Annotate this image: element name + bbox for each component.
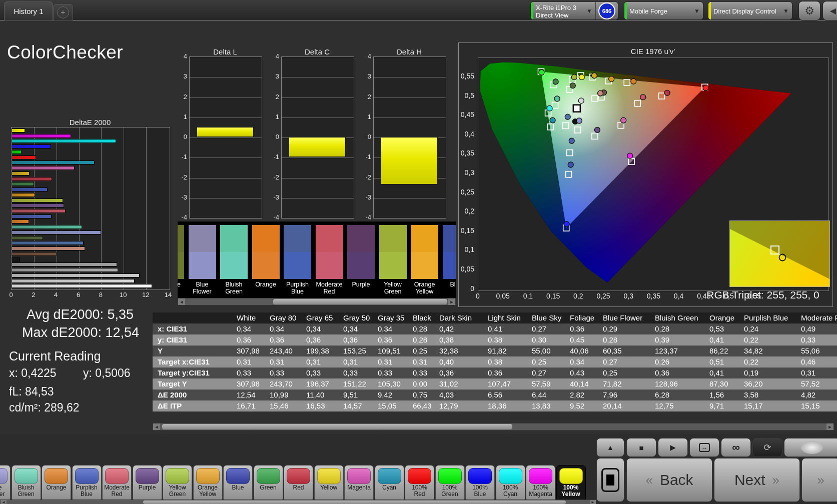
range-button[interactable]: ↔: [689, 438, 719, 457]
chips-scrollbar-thumb[interactable]: [143, 500, 566, 504]
back-button[interactable]: « Back: [626, 458, 712, 502]
cell-δe-itp-light-skin: 18,36: [484, 400, 528, 412]
deltae-bar-gray-80: [12, 279, 135, 283]
table-header-corner: [153, 312, 233, 324]
pattern-chip-red[interactable]: Red: [284, 465, 313, 502]
collapse-panel-button[interactable]: ◀: [822, 1, 837, 20]
app-window: History 1 + X-Rite i1Pro 3 Direct View ▼…: [0, 0, 837, 504]
scroll-left-icon[interactable]: ◄: [1, 500, 7, 504]
delta-chart-title: Delta H: [373, 48, 445, 56]
delta-bar-delta-c: [289, 137, 346, 157]
cell-y-gray-80: 243,40: [266, 346, 302, 356]
delta-y-tick: 0: [176, 133, 187, 140]
deltae-bar-magenta: [12, 166, 75, 170]
loop-button[interactable]: ∞: [721, 438, 751, 457]
chip-label: Yellow: [315, 484, 343, 491]
pattern-chip-yellow-green[interactable]: Yellow Green: [163, 465, 192, 502]
patch-target: [284, 252, 311, 279]
delta-y-tick: -2: [268, 174, 279, 181]
measurement-table: WhiteGray 80Gray 65Gray 50Gray 35BlackDa…: [153, 312, 837, 412]
refresh-button[interactable]: ⟳: [752, 438, 782, 457]
cell-target-x:cie31-moderate-red: 0,46: [797, 356, 837, 368]
back-button-label: Back: [660, 472, 693, 488]
pattern-chip-100-green[interactable]: 100% Green: [435, 465, 465, 502]
pattern-chip-100-cyan[interactable]: 100% Cyan: [496, 465, 525, 502]
scroll-right-icon[interactable]: ►: [590, 500, 596, 504]
patch-swatch-label: Foliage: [178, 281, 186, 288]
pattern-chip-blue[interactable]: Blue: [223, 465, 253, 502]
cell-y:-cie31-gray-80: 0,36: [266, 334, 302, 346]
pattern-chip-100-red[interactable]: 100% Red: [405, 465, 434, 502]
cie-target-white-point: [573, 105, 580, 112]
extra-transport-button[interactable]: [784, 438, 837, 457]
settings-button[interactable]: ⚙: [798, 1, 820, 20]
cell-δe-2000-white: 12,54: [233, 390, 266, 400]
patch-measured: [316, 225, 343, 252]
deltae-bar-green: [12, 182, 34, 186]
cell-target-x:cie31-gray-65: 0,31: [302, 356, 339, 368]
delta-y-tick: -4: [360, 214, 371, 221]
new-tab-button[interactable]: +: [53, 4, 73, 21]
chip-color-swatch: [408, 468, 431, 484]
pattern-chip-100-magenta[interactable]: 100% Magenta: [526, 465, 555, 502]
scroll-right-icon[interactable]: ►: [448, 298, 455, 305]
stop-button[interactable]: ■: [626, 438, 656, 457]
pattern-chip-green[interactable]: Green: [254, 465, 283, 502]
delta-bar-delta-l: [197, 127, 254, 137]
scroll-left-icon[interactable]: ◄: [153, 424, 160, 430]
pattern-window-button[interactable]: [596, 458, 624, 502]
next-button[interactable]: Next »: [714, 458, 800, 502]
pattern-chip-bluish-green[interactable]: Bluish Green: [12, 465, 41, 502]
play-button[interactable]: ▶: [658, 438, 688, 457]
cie-x-tick: 0,4: [668, 292, 690, 300]
pattern-chip-yellow[interactable]: Yellow: [314, 465, 344, 502]
deltae-bar-100-green: [12, 150, 22, 154]
strip-scrollbar[interactable]: ◄►: [178, 298, 456, 305]
pattern-chip-magenta[interactable]: Magenta: [344, 465, 374, 502]
patch-swatch-label: Moderate Red: [314, 281, 345, 295]
pattern-chip-orange[interactable]: Orange: [42, 465, 71, 502]
indicator-icon: [801, 441, 823, 454]
pattern-chip-moderate-red[interactable]: Moderate Red: [102, 465, 132, 502]
cell-x:-cie31-black: 0,28: [409, 324, 435, 334]
workflow-dropdown[interactable]: Direct Display Control ▼: [708, 2, 792, 20]
pattern-chip-blue-flower[interactable]: Blue Flower: [0, 465, 11, 502]
source-dropdown[interactable]: Mobile Forge ▼: [624, 2, 703, 20]
pattern-chip-purple[interactable]: Purple: [133, 465, 162, 502]
table-scrollbar-thumb[interactable]: [162, 424, 512, 430]
deltae-x-tick: 6: [74, 291, 84, 298]
deltae2000-chart-title: DeltaE 2000: [11, 118, 169, 126]
cell-target-y:cie31-gray-35: 0,33: [374, 368, 409, 378]
delta-y-tick: -3: [268, 194, 279, 201]
row-label: ΔE 2000: [153, 390, 233, 400]
chips-scroll-up-button[interactable]: ▲: [596, 438, 624, 457]
pattern-chip-purplish-blue[interactable]: Purplish Blue: [72, 465, 102, 502]
cell-δe-itp-gray-65: 16,53: [302, 400, 339, 412]
tab-history-1[interactable]: History 1: [4, 2, 53, 20]
cell-x:-cie31-gray-35: 0,34: [374, 324, 409, 334]
pattern-chip-cyan[interactable]: Cyan: [375, 465, 404, 502]
cell-x:-cie31-white: 0,34: [233, 324, 266, 334]
table-header-row: WhiteGray 80Gray 65Gray 50Gray 35BlackDa…: [153, 312, 837, 324]
cie-x-tick: 0,35: [642, 292, 664, 300]
pattern-chip-orange-yellow[interactable]: Orange Yellow: [193, 465, 223, 502]
pattern-chip-100-blue[interactable]: 100% Blue: [465, 465, 495, 502]
cell-target-x:cie31-blue-flower: 0,27: [599, 356, 651, 368]
patch-target: [379, 252, 407, 279]
cell-target-x:cie31-gray-35: 0,31: [374, 356, 409, 368]
pattern-chip-100-yellow[interactable]: 100% Yellow: [556, 465, 586, 502]
next-page-button[interactable]: »: [801, 458, 837, 502]
meter-mode: Direct View: [536, 12, 581, 19]
scroll-left-icon[interactable]: ◄: [178, 298, 185, 305]
cell-y:-cie31-orange: 0,41: [705, 334, 740, 346]
strip-scrollbar-thumb[interactable]: [273, 299, 447, 304]
chip-label: Bluish Green: [13, 484, 40, 498]
row-label: Target x:CIE31: [153, 356, 233, 368]
chips-scrollbar[interactable]: ◄ ►: [0, 500, 596, 504]
patch-target: [220, 252, 248, 279]
deltae-x-tick: 10: [118, 291, 128, 298]
table-scrollbar[interactable]: ◄ ►: [153, 423, 834, 430]
delta-y-tick: -3: [360, 194, 371, 201]
meter-dropdown[interactable]: X-Rite i1Pro 3 Direct View ▼ 686: [530, 2, 618, 20]
scroll-right-icon[interactable]: ►: [826, 424, 833, 430]
